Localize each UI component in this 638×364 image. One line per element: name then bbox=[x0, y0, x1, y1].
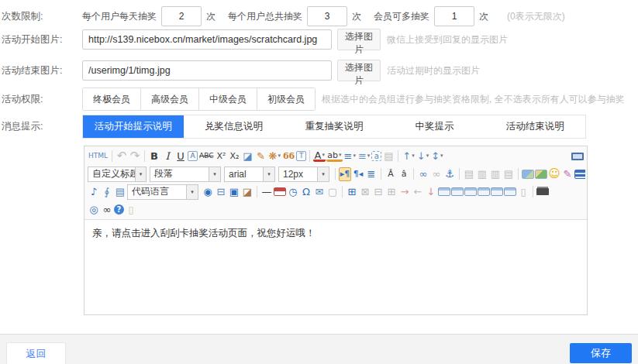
limit-input[interactable] bbox=[161, 6, 202, 26]
underline-icon[interactable]: U bbox=[174, 149, 187, 163]
ltr-paragraph-icon[interactable]: ▸¶ bbox=[339, 167, 351, 181]
scrawl-icon[interactable]: ✎ bbox=[561, 167, 574, 181]
table-op-2-icon[interactable] bbox=[451, 187, 464, 196]
delete-table-icon[interactable]: ⊠ bbox=[359, 185, 371, 199]
blank-doc-icon[interactable]: ▤ bbox=[382, 149, 395, 163]
online-image-icon[interactable] bbox=[535, 170, 547, 179]
insert-row-icon[interactable]: ↓ bbox=[425, 185, 437, 199]
insert-video-icon[interactable] bbox=[574, 170, 585, 179]
subscript-icon[interactable]: X₂ bbox=[229, 149, 241, 163]
google-map-icon[interactable]: ◉ bbox=[202, 185, 214, 199]
insert-anchor-icon[interactable]: ⚓ bbox=[443, 167, 456, 181]
space-after-paragraph-icon[interactable]: ↓▾ bbox=[416, 149, 429, 163]
print-icon[interactable] bbox=[536, 188, 549, 195]
message-tab[interactable]: 中奖提示 bbox=[385, 115, 485, 138]
insert-time-icon[interactable]: ◷ bbox=[287, 185, 299, 199]
music-icon[interactable]: ♪ bbox=[88, 185, 100, 199]
limit-input[interactable] bbox=[307, 6, 347, 26]
message-tabs: 活动开始提示说明 兑奖信息说明 重复抽奖说明 中奖提示 活动结束说明 bbox=[82, 115, 586, 139]
custom-title-select[interactable]: 自定义标题▾ bbox=[88, 167, 147, 182]
bold-icon[interactable]: B bbox=[148, 149, 160, 163]
end-image-input[interactable] bbox=[82, 60, 332, 81]
comment-icon[interactable]: ✉ bbox=[313, 185, 326, 199]
snapscreen-icon[interactable]: ◪ bbox=[241, 185, 253, 199]
permission-row: 活动权限: 终极会员 高级会员 中级会员 初级会员 根据选中的会员组进行参与抽奖… bbox=[2, 88, 638, 110]
eraser-icon[interactable]: ◪ bbox=[242, 149, 254, 163]
member-option-button[interactable]: 初级会员 bbox=[257, 88, 315, 110]
table-op-6-icon[interactable] bbox=[504, 187, 516, 196]
space-before-paragraph-icon[interactable]: ↑▾ bbox=[402, 149, 415, 163]
member-option-button[interactable]: 高级会员 bbox=[141, 88, 199, 110]
anchor-style-icon[interactable]: a bbox=[371, 151, 381, 161]
blockquote-icon[interactable]: 66 bbox=[282, 149, 295, 163]
member-option-button[interactable]: 中级会员 bbox=[199, 88, 257, 110]
rtl-paragraph-icon[interactable]: ¶◂ bbox=[352, 167, 364, 181]
highlight-color-icon[interactable]: ab▾ bbox=[326, 150, 342, 162]
ordered-list-icon[interactable]: ≡▾ bbox=[343, 149, 357, 163]
table-title-row-icon[interactable]: ⊟ bbox=[372, 185, 385, 199]
merge-cells-icon[interactable]: ⊞ bbox=[385, 185, 398, 199]
clipboard-icon[interactable]: ▯ bbox=[125, 203, 137, 217]
unordered-list-icon[interactable]: ≡▾ bbox=[357, 149, 371, 163]
help-icon[interactable]: ? bbox=[114, 204, 124, 215]
char-border-icon[interactable]: A bbox=[188, 151, 198, 161]
strikethrough-icon[interactable]: ABC bbox=[198, 149, 214, 163]
message-tab[interactable]: 兑奖信息说明 bbox=[184, 115, 285, 138]
page-break-icon[interactable]: ⊟ bbox=[215, 185, 227, 199]
editor-content-area[interactable]: 亲，请点击进入刮刮卡抽奖活动页面，祝您好运哦！ bbox=[84, 220, 587, 246]
insert-table-icon[interactable]: ⊞ bbox=[346, 185, 358, 199]
line-height-icon[interactable]: ↕▾ bbox=[430, 149, 443, 163]
paragraph-format-select[interactable]: 段落▾ bbox=[150, 167, 221, 182]
to-uppercase-icon[interactable]: Â bbox=[385, 167, 397, 181]
font-size-select[interactable]: 12px▾ bbox=[278, 167, 329, 182]
attachment-icon[interactable]: ∮ bbox=[101, 185, 113, 199]
redo-icon[interactable]: ↷ bbox=[129, 149, 141, 163]
table-op-5-icon[interactable] bbox=[491, 187, 503, 196]
insert-template-icon[interactable]: ▣ bbox=[228, 185, 240, 199]
image-center-align-icon[interactable]: ▤ bbox=[502, 167, 515, 181]
remove-link-icon[interactable]: ∞ bbox=[430, 167, 443, 181]
image-default-align-icon[interactable]: ▤ bbox=[463, 167, 475, 181]
to-lowercase-icon[interactable]: â bbox=[398, 167, 410, 181]
font-family-select[interactable]: arial▾ bbox=[224, 167, 275, 182]
image-float-right-icon[interactable]: ▥ bbox=[489, 167, 502, 181]
superscript-icon[interactable]: X² bbox=[216, 149, 228, 163]
emotion-icon[interactable]: ☺ bbox=[548, 167, 560, 181]
doc-page-icon[interactable]: ▯ bbox=[517, 185, 529, 199]
table-op-3-icon[interactable] bbox=[464, 187, 477, 196]
italic-icon[interactable]: I bbox=[161, 149, 174, 163]
horizontal-rule-icon[interactable]: — bbox=[260, 185, 273, 199]
member-option-button[interactable]: 终极会员 bbox=[83, 88, 141, 110]
table-op-4-icon[interactable] bbox=[478, 187, 490, 196]
end-image-pick-button[interactable]: 选择图片 bbox=[337, 60, 381, 81]
find-replace-icon[interactable]: ∞ bbox=[101, 203, 113, 217]
start-image-input[interactable] bbox=[82, 29, 332, 50]
background-setting-icon[interactable]: ▢ bbox=[326, 185, 339, 199]
back-button[interactable]: 返回 bbox=[6, 342, 66, 364]
message-tab[interactable]: 活动开始提示说明 bbox=[83, 115, 184, 138]
save-button[interactable]: 保存 bbox=[570, 343, 632, 363]
indent-icon[interactable]: ≣ bbox=[365, 167, 378, 181]
format-brush-icon[interactable]: ✎ bbox=[255, 149, 267, 163]
insert-link-icon[interactable]: ∞ bbox=[417, 167, 429, 181]
source-code-icon[interactable]: HTML bbox=[88, 149, 109, 163]
insert-code-doc-icon[interactable]: ▤ bbox=[114, 185, 126, 199]
paste-text-icon[interactable]: T bbox=[296, 151, 306, 161]
table-op-1-icon[interactable] bbox=[438, 187, 450, 196]
delete-column-icon[interactable]: ← bbox=[412, 185, 424, 199]
message-tab[interactable]: 活动结束说明 bbox=[485, 115, 585, 138]
insert-date-icon[interactable] bbox=[274, 187, 286, 196]
image-float-left-icon[interactable]: ▥ bbox=[476, 167, 488, 181]
special-character-icon[interactable]: Ω bbox=[300, 185, 312, 199]
message-tab[interactable]: 重复抽奖说明 bbox=[284, 115, 385, 138]
start-image-pick-button[interactable]: 选择图片 bbox=[337, 29, 381, 50]
insert-image-icon[interactable] bbox=[522, 170, 534, 179]
insert-column-icon[interactable]: → bbox=[398, 185, 411, 199]
fullscreen-icon[interactable] bbox=[571, 153, 584, 160]
auto-typeset-icon[interactable]: ❋▾ bbox=[268, 149, 281, 163]
undo-icon[interactable]: ↶ bbox=[116, 149, 128, 163]
preview-icon[interactable]: ◎ bbox=[88, 203, 100, 217]
font-color-icon[interactable]: A▾ bbox=[313, 150, 326, 162]
code-language-select[interactable]: 代码语言▾ bbox=[127, 184, 198, 200]
limit-input[interactable] bbox=[434, 6, 474, 26]
